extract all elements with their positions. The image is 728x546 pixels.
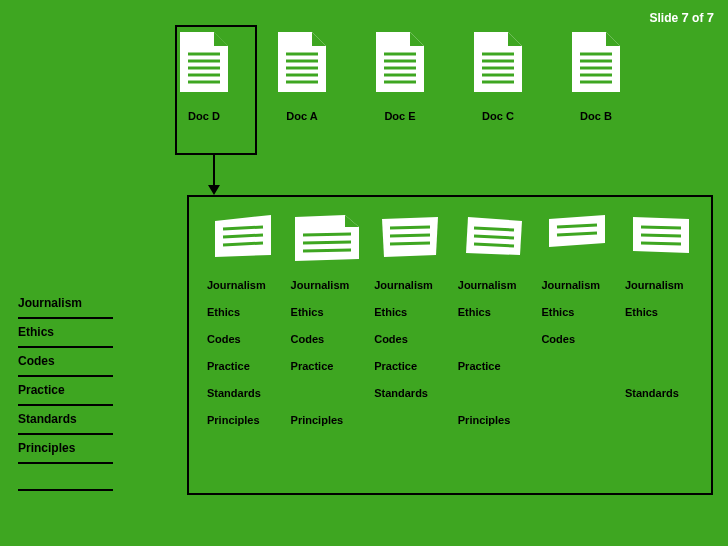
svg-line-46	[390, 227, 430, 228]
svg-line-57	[641, 227, 681, 228]
doc-item-4: Doc B	[567, 32, 625, 122]
svg-line-38	[223, 235, 263, 237]
fragment-column: JournalismEthics..Standards.	[625, 279, 697, 427]
fragment-term: Journalism	[458, 279, 530, 292]
fragment-term: Codes	[374, 333, 446, 346]
fragment-icon-row	[207, 215, 697, 261]
svg-line-55	[557, 233, 597, 235]
sidebar-term: Standards	[18, 406, 113, 435]
slide-of: of	[692, 11, 703, 25]
arrow-down-icon	[213, 155, 215, 193]
fragment-term: Ethics	[625, 306, 697, 319]
svg-marker-30	[606, 32, 620, 46]
fragment-term: Ethics	[291, 306, 363, 319]
fragment-term: Journalism	[541, 279, 613, 292]
svg-marker-23	[508, 32, 522, 46]
svg-line-59	[641, 243, 681, 244]
fragment-term: Journalism	[625, 279, 697, 292]
fragment-term: Principles	[458, 414, 530, 427]
svg-line-52	[474, 244, 514, 246]
fragment-term: Practice	[207, 360, 279, 373]
document-icon	[278, 32, 326, 92]
fragment-column: JournalismEthicsCodesPracticeStandardsPr…	[207, 279, 279, 427]
fragment-column: JournalismEthicsCodes...	[541, 279, 613, 427]
svg-marker-53	[549, 215, 605, 247]
slide-total: 7	[707, 10, 714, 25]
svg-line-48	[390, 243, 430, 244]
fragment-icon	[541, 215, 613, 261]
fragment-column: JournalismEthicsCodesPracticeStandards.	[374, 279, 446, 427]
sidebar-term: Practice	[18, 377, 113, 406]
sidebar-terms-list: JournalismEthicsCodesPracticeStandardsPr…	[18, 290, 113, 491]
fragment-term: Journalism	[374, 279, 446, 292]
fragment-term: Standards	[207, 387, 279, 400]
fragments-terms-grid: JournalismEthicsCodesPracticeStandardsPr…	[207, 279, 697, 427]
fragment-term: Ethics	[374, 306, 446, 319]
fragment-icon	[625, 215, 697, 261]
fragment-term: Codes	[291, 333, 363, 346]
svg-line-51	[474, 236, 514, 238]
fragment-term: Ethics	[458, 306, 530, 319]
sidebar-term: Journalism	[18, 290, 113, 319]
fragment-icon	[207, 215, 279, 261]
fragment-term: Principles	[291, 414, 363, 427]
fragment-term: Journalism	[291, 279, 363, 292]
doc-label: Doc B	[580, 110, 612, 122]
svg-line-50	[474, 228, 514, 230]
svg-line-44	[303, 250, 351, 251]
fragment-term: Standards	[625, 387, 697, 400]
svg-line-37	[223, 227, 263, 229]
fragment-term: Codes	[541, 333, 613, 346]
doc-label: Doc A	[286, 110, 317, 122]
fragment-term: Principles	[207, 414, 279, 427]
slide-prefix: Slide	[649, 11, 678, 25]
fragment-term: Ethics	[207, 306, 279, 319]
document-icon	[572, 32, 620, 92]
slide-current: 7	[682, 10, 689, 25]
fragment-term: Standards	[374, 387, 446, 400]
svg-marker-16	[410, 32, 424, 46]
svg-marker-9	[312, 32, 326, 46]
fragment-term: Practice	[291, 360, 363, 373]
slide-counter: Slide 7 of 7	[649, 10, 714, 25]
fragment-term: Journalism	[207, 279, 279, 292]
doc-item-1: Doc A	[273, 32, 331, 122]
fragment-column: JournalismEthicsCodesPractice.Principles	[291, 279, 363, 427]
doc-label: Doc E	[384, 110, 415, 122]
sidebar-term: Ethics	[18, 319, 113, 348]
svg-marker-41	[345, 215, 359, 227]
svg-line-42	[303, 234, 351, 235]
document-icon	[376, 32, 424, 92]
fragment-icon	[458, 215, 530, 261]
sidebar-blank-row	[18, 464, 113, 491]
fragment-icon	[291, 215, 363, 261]
svg-line-58	[641, 235, 681, 236]
svg-line-47	[390, 235, 430, 236]
doc-label: Doc C	[482, 110, 514, 122]
fragment-term: Ethics	[541, 306, 613, 319]
doc-item-2: Doc E	[371, 32, 429, 122]
svg-line-39	[223, 243, 263, 245]
fragment-column: JournalismEthics.Practice.Principles	[458, 279, 530, 427]
doc-item-3: Doc C	[469, 32, 527, 122]
svg-line-43	[303, 242, 351, 243]
sidebar-term: Principles	[18, 435, 113, 464]
sidebar-term: Codes	[18, 348, 113, 377]
fragment-icon	[374, 215, 446, 261]
fragment-term: Practice	[458, 360, 530, 373]
fragment-term: Practice	[374, 360, 446, 373]
document-icon	[474, 32, 522, 92]
svg-line-54	[557, 225, 597, 227]
fragments-container: JournalismEthicsCodesPracticeStandardsPr…	[187, 195, 713, 495]
selected-doc-outline	[175, 25, 257, 155]
fragment-term: Codes	[207, 333, 279, 346]
